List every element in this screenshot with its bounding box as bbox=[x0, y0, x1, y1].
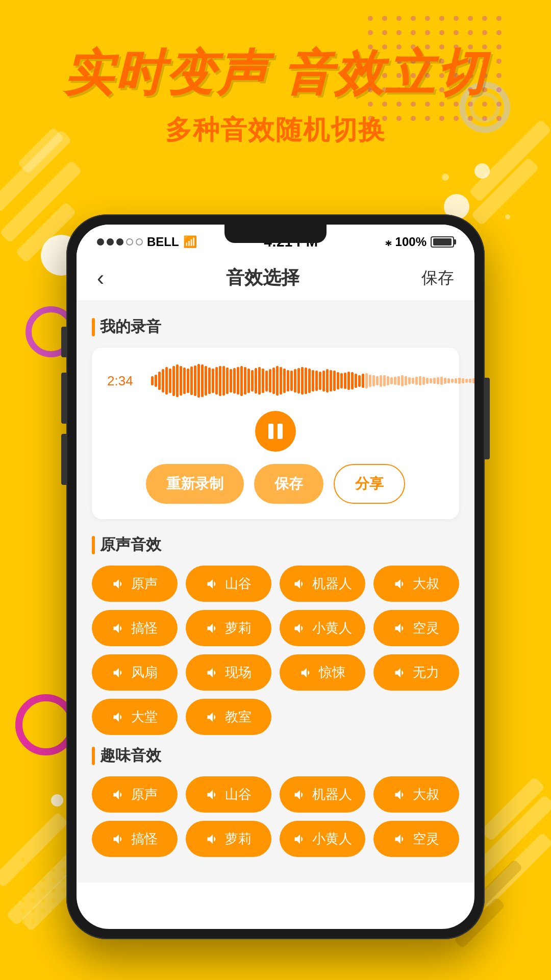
battery-icon bbox=[431, 236, 454, 248]
status-right: ⁎ 100% bbox=[385, 235, 454, 249]
effects-grid-row4: 大堂 教室 bbox=[92, 699, 459, 735]
effects-section-2: 趣味音效 原声 山谷 机器人 大叔 搞怪 萝莉 小黄人 空灵 bbox=[92, 745, 459, 857]
main-title: 实时变声 音效立切 bbox=[0, 41, 551, 107]
time-start: 2:34 bbox=[107, 373, 143, 389]
pause-button[interactable] bbox=[255, 411, 296, 452]
effect-button[interactable]: 风扇 bbox=[92, 654, 178, 691]
effect-button[interactable]: 现场 bbox=[186, 654, 271, 691]
effects-title-1: 原声音效 bbox=[92, 534, 459, 555]
effect-button[interactable]: 小黄人 bbox=[280, 610, 365, 646]
effect-button[interactable]: 无力 bbox=[373, 654, 459, 691]
status-left: BELL 📶 bbox=[97, 235, 197, 249]
effect-button[interactable]: 搞怪 bbox=[92, 610, 178, 646]
effects-title-2: 趣味音效 bbox=[92, 745, 459, 766]
effect-button[interactable]: 萝莉 bbox=[186, 821, 271, 857]
back-button[interactable]: ‹ bbox=[97, 266, 104, 290]
section-accent-2 bbox=[92, 536, 95, 554]
effect-button[interactable]: 机器人 bbox=[280, 776, 365, 813]
re-record-button[interactable]: 重新录制 bbox=[146, 464, 244, 504]
pause-bar-2 bbox=[278, 424, 283, 439]
effects-grid-row1: 原声 山谷 机器人 大叔 bbox=[92, 566, 459, 602]
effect-button[interactable]: 山谷 bbox=[186, 566, 271, 602]
battery-tip bbox=[454, 239, 456, 244]
effect-button[interactable]: 搞怪 bbox=[92, 821, 178, 857]
wifi-icon: 📶 bbox=[183, 235, 197, 249]
battery-percent: 100% bbox=[395, 235, 427, 249]
dot-2 bbox=[107, 238, 114, 246]
phone-mockup: BELL 📶 4:21 PM ⁎ 100% ‹ 音效选择 保存 bbox=[66, 214, 485, 939]
action-buttons: 重新录制 保存 分享 bbox=[107, 464, 444, 504]
battery-fill bbox=[433, 238, 452, 246]
waveform-row: 2:34 3:20 bbox=[107, 363, 444, 399]
effects-grid2-row2: 搞怪 萝莉 小黄人 空灵 bbox=[92, 821, 459, 857]
signal-dots bbox=[97, 238, 143, 246]
dot-1 bbox=[97, 238, 104, 246]
share-button[interactable]: 分享 bbox=[334, 464, 405, 504]
effect-button[interactable]: 山谷 bbox=[186, 776, 271, 813]
effect-button[interactable]: 机器人 bbox=[280, 566, 365, 602]
nav-title: 音效选择 bbox=[226, 265, 299, 290]
effect-button[interactable]: 惊悚 bbox=[280, 654, 365, 691]
phone-frame: BELL 📶 4:21 PM ⁎ 100% ‹ 音效选择 保存 bbox=[66, 214, 485, 939]
recording-section-title: 我的录音 bbox=[92, 316, 459, 337]
header-area: 实时变声 音效立切 多种音效随机切换 bbox=[0, 41, 551, 148]
effect-button[interactable]: 原声 bbox=[92, 776, 178, 813]
effect-button[interactable]: 萝莉 bbox=[186, 610, 271, 646]
effect-button[interactable]: 原声 bbox=[92, 566, 178, 602]
dot-3 bbox=[116, 238, 123, 246]
effect-button[interactable]: 空灵 bbox=[373, 610, 459, 646]
effect-button[interactable]: 大堂 bbox=[92, 699, 178, 735]
effect-button[interactable]: 小黄人 bbox=[280, 821, 365, 857]
effect-button[interactable]: 教室 bbox=[186, 699, 271, 735]
content-area: 我的录音 2:34 3:20 bbox=[77, 301, 474, 883]
effects-grid-row3: 风扇 现场 惊悚 无力 bbox=[92, 654, 459, 691]
waveform-visual bbox=[151, 363, 474, 399]
waveform-card: 2:34 3:20 bbox=[92, 348, 459, 519]
pause-bar-1 bbox=[268, 424, 273, 439]
save-button[interactable]: 保存 bbox=[254, 464, 323, 504]
phone-screen: BELL 📶 4:21 PM ⁎ 100% ‹ 音效选择 保存 bbox=[77, 225, 474, 929]
effects-section-1: 原声音效 原声 山谷 机器人 大叔 搞怪 萝莉 小黄人 空灵 风扇 现场 bbox=[92, 534, 459, 735]
effect-button[interactable]: 大叔 bbox=[373, 566, 459, 602]
carrier-label: BELL bbox=[147, 235, 179, 249]
phone-notch bbox=[224, 225, 327, 243]
section-accent-1 bbox=[92, 318, 95, 336]
play-controls bbox=[107, 411, 444, 452]
bluetooth-icon: ⁎ bbox=[385, 235, 391, 249]
effect-button[interactable]: 大叔 bbox=[373, 776, 459, 813]
dot-4 bbox=[126, 238, 133, 246]
effects-grid-row2: 搞怪 萝莉 小黄人 空灵 bbox=[92, 610, 459, 646]
nav-save-button[interactable]: 保存 bbox=[421, 267, 454, 289]
effect-button[interactable]: 空灵 bbox=[373, 821, 459, 857]
section-accent-3 bbox=[92, 747, 95, 765]
effects-grid2-row1: 原声 山谷 机器人 大叔 bbox=[92, 776, 459, 813]
pause-icon bbox=[268, 424, 283, 439]
nav-bar: ‹ 音效选择 保存 bbox=[77, 255, 474, 301]
dot-5 bbox=[136, 238, 143, 246]
sub-title: 多种音效随机切换 bbox=[0, 112, 551, 148]
